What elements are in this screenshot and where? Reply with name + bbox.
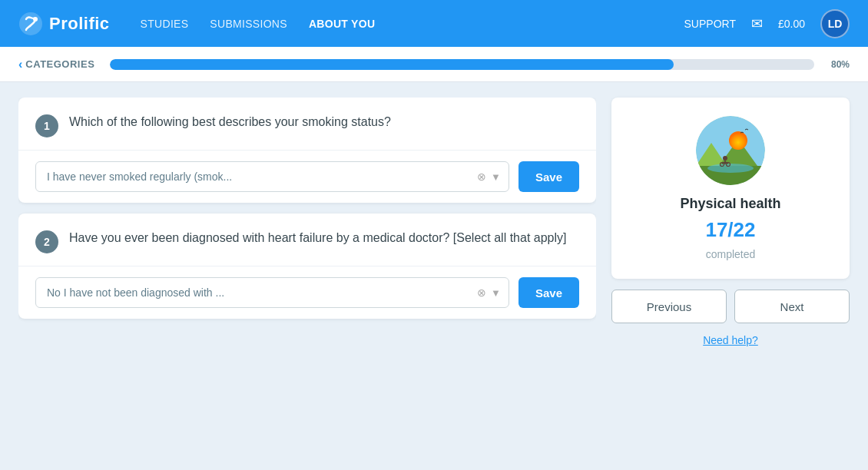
category-name: Physical health (680, 196, 780, 212)
progress-fraction: 17/22 (705, 218, 755, 242)
heart-failure-select[interactable]: No I have not been diagnosed with ... ⊗ … (35, 277, 509, 308)
category-illustration (696, 116, 765, 185)
svg-point-9 (723, 156, 727, 161)
mail-icon[interactable]: ✉ (751, 15, 763, 32)
svg-point-6 (729, 131, 747, 150)
nav-about-you[interactable]: ABOUT YOU (309, 18, 375, 30)
smoking-select-arrow-icon: ▼ (491, 171, 501, 183)
nav-buttons: Previous Next (611, 290, 850, 323)
main-content: 1 Which of the following best describes … (0, 82, 868, 470)
heart-failure-select-arrow-icon: ▼ (491, 287, 501, 299)
heart-failure-select-value: No I have not been diagnosed with ... (47, 286, 477, 299)
question-card-1: 1 Which of the following best describes … (18, 98, 596, 203)
smoking-select-value: I have never smoked regularly (smok... (47, 170, 477, 183)
progress-label: 80% (831, 59, 850, 70)
question-number-1: 1 (35, 114, 58, 137)
question-text-1: Which of the following best describes yo… (69, 113, 391, 131)
support-link[interactable]: SUPPORT (684, 18, 736, 30)
progress-bar-container (110, 59, 814, 70)
navbar: Prolific STUDIES SUBMISSIONS ABOUT YOU S… (0, 0, 868, 47)
balance: £0.00 (778, 18, 805, 30)
save-button-2[interactable]: Save (518, 277, 579, 308)
category-info-card: Physical health 17/22 completed (611, 98, 850, 279)
logo[interactable]: Prolific (18, 12, 110, 36)
nav-studies[interactable]: STUDIES (141, 18, 189, 30)
question-card-2: 2 Have you ever been diagnosed with hear… (18, 213, 596, 319)
avatar[interactable]: LD (820, 9, 850, 38)
categories-label: CATEGORIES (25, 58, 94, 70)
question-header-2: 2 Have you ever been diagnosed with hear… (18, 213, 596, 266)
questions-panel: 1 Which of the following best describes … (18, 98, 596, 455)
back-button[interactable]: ‹ CATEGORIES (18, 58, 94, 71)
progress-bar-fill (110, 59, 673, 70)
question-number-2: 2 (35, 230, 58, 253)
svg-point-8 (707, 164, 754, 173)
question-answer-row-2: No I have not been diagnosed with ... ⊗ … (18, 266, 596, 319)
heart-failure-select-clear-icon[interactable]: ⊗ (477, 286, 486, 299)
question-text-2: Have you ever been diagnosed with heart … (69, 229, 567, 247)
logo-icon (18, 12, 43, 36)
nav-submissions[interactable]: SUBMISSIONS (210, 18, 287, 30)
completed-label: completed (706, 248, 756, 260)
logo-text: Prolific (49, 14, 110, 34)
question-header-1: 1 Which of the following best describes … (18, 98, 596, 151)
svg-point-0 (19, 12, 42, 35)
smoking-select[interactable]: I have never smoked regularly (smok... ⊗… (35, 161, 509, 192)
back-chevron-icon: ‹ (18, 58, 22, 71)
subbar: ‹ CATEGORIES 80% (0, 47, 868, 82)
next-button[interactable]: Next (734, 290, 850, 323)
save-button-1[interactable]: Save (518, 161, 579, 192)
nav-right: SUPPORT ✉ £0.00 LD (684, 9, 850, 38)
smoking-select-clear-icon[interactable]: ⊗ (477, 170, 486, 183)
svg-point-1 (33, 17, 38, 22)
help-link[interactable]: Need help? (611, 334, 850, 346)
previous-button[interactable]: Previous (611, 290, 727, 323)
question-answer-row-1: I have never smoked regularly (smok... ⊗… (18, 151, 596, 203)
sidebar-panel: Physical health 17/22 completed Previous… (611, 98, 850, 455)
nav-links: STUDIES SUBMISSIONS ABOUT YOU (141, 18, 376, 30)
